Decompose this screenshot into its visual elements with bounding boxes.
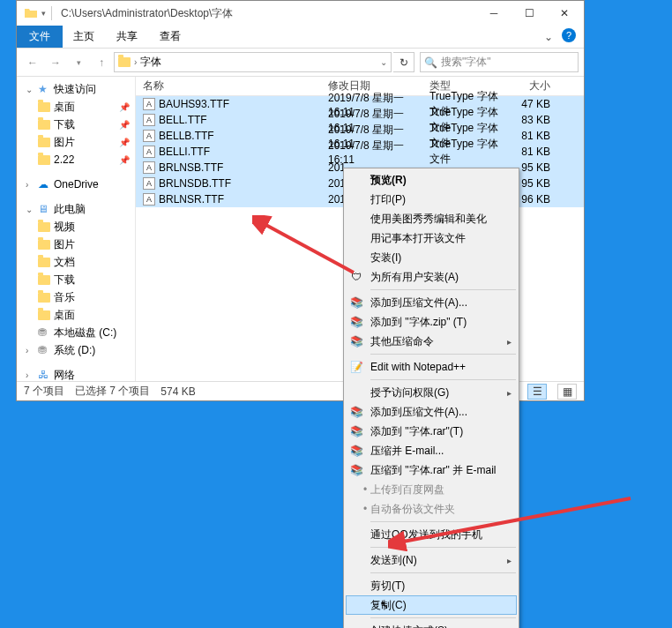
sidebar-item-custom[interactable]: 2.22📌 (17, 151, 135, 168)
chevron-right-icon: ▸ (507, 388, 511, 398)
menu-item[interactable]: •自动备份该文件夹 (346, 499, 517, 519)
folder-icon (38, 222, 50, 232)
table-row[interactable]: ABELLI.TTF2019/7/8 星期一 16:11TrueType 字体文… (136, 144, 584, 160)
folder-icon (38, 102, 50, 112)
back-button[interactable]: ← (22, 52, 43, 73)
folder-icon (38, 258, 50, 267)
status-size: 574 KB (161, 385, 195, 398)
menu-item[interactable]: 预览(R) (346, 170, 517, 190)
sidebar-item-pictures2[interactable]: 图片 (17, 236, 135, 253)
network-icon: 🖧 (38, 369, 50, 381)
file-tab[interactable]: 文件 (17, 26, 63, 48)
menu-item[interactable]: 复制(C)↖ (346, 595, 517, 615)
tab-home[interactable]: 主页 (63, 26, 106, 48)
search-icon: 🔍 (424, 56, 437, 69)
font-file-icon: A (143, 146, 155, 158)
menu-item[interactable]: 📝Edit with Notepad++ (346, 357, 517, 377)
context-menu: 预览(R)打印(P)使用美图秀秀编辑和美化用记事本打开该文件安装(I)🛡为所有用… (343, 168, 519, 628)
breadcrumb[interactable]: › 字体 ⌄ (114, 52, 392, 72)
menu-item[interactable]: 📚压缩到 "字体.rar" 并 E-mail (346, 460, 517, 480)
refresh-button[interactable]: ↻ (393, 52, 414, 72)
history-dropdown[interactable]: ▾ (68, 52, 89, 73)
archive-icon: 📚 (349, 315, 363, 329)
sidebar-network[interactable]: ›🖧网络 (17, 366, 135, 381)
sidebar-item-music[interactable]: 音乐 (17, 288, 135, 306)
view-icons-button[interactable]: ▦ (557, 384, 577, 400)
menu-item[interactable]: 创建快捷方式(S) (346, 621, 517, 628)
sidebar-item-videos[interactable]: 视频 (17, 218, 135, 236)
tab-view[interactable]: 查看 (149, 26, 192, 48)
view-details-button[interactable]: ☰ (527, 384, 547, 400)
chevron-down-icon[interactable]: ⌄ (380, 57, 387, 67)
archive-icon: 📚 (349, 463, 363, 477)
menu-item[interactable]: 📚添加到 "字体.rar"(T) (346, 422, 517, 441)
up-button[interactable]: ↑ (91, 52, 112, 73)
sidebar-item-documents[interactable]: 文档 (17, 253, 135, 271)
tab-share[interactable]: 共享 (106, 26, 149, 48)
col-name[interactable]: 名称 (136, 78, 321, 93)
font-file-icon: A (143, 193, 155, 206)
menu-item[interactable]: •上传到百度网盘 (346, 480, 517, 499)
folder-icon (38, 310, 50, 320)
menu-item[interactable]: 通过QQ发送到我的手机 (346, 525, 517, 544)
sidebar-item-downloads2[interactable]: 下载 (17, 271, 135, 288)
folder-icon (38, 293, 50, 303)
menu-item[interactable]: 📚添加到压缩文件(A)... (346, 293, 517, 312)
font-file-icon: A (143, 114, 155, 126)
folder-icon (38, 138, 50, 147)
sidebar-this-pc[interactable]: ⌄🖥此电脑 (17, 200, 135, 218)
menu-item[interactable]: 📚添加到 "字体.zip" (T) (346, 312, 517, 332)
chevron-right-icon: ▸ (507, 556, 511, 565)
folder-icon (118, 57, 131, 67)
menu-item[interactable]: 📚其他压缩命令▸ (346, 332, 517, 351)
minimize-button[interactable]: ─ (476, 1, 511, 26)
maximize-button[interactable]: ☐ (511, 1, 547, 26)
archive-icon: 📚 (349, 424, 363, 438)
pin-icon: 📌 (119, 120, 130, 130)
archive-icon: 📚 (349, 444, 363, 458)
chevron-right-icon: ▸ (507, 337, 511, 347)
navbar: ← → ▾ ↑ › 字体 ⌄ ↻ 🔍 搜索"字体" (17, 49, 584, 77)
sidebar-quick-access[interactable]: ⌄★ 快速访问 (17, 80, 135, 98)
ribbon-expand-button[interactable]: ⌄ (538, 26, 559, 48)
search-placeholder: 搜索"字体" (441, 55, 491, 70)
help-button[interactable]: ? (559, 26, 579, 45)
sidebar-onedrive[interactable]: ›☁OneDrive (17, 176, 135, 193)
font-file-icon: A (143, 161, 155, 174)
menu-item[interactable]: 授予访问权限(G)▸ (346, 383, 517, 402)
sidebar-item-desktop[interactable]: 桌面📌 (17, 98, 135, 116)
menu-item[interactable]: 剪切(T) (346, 576, 517, 595)
notepad-icon: 📝 (349, 360, 363, 374)
sidebar-item-drive-d[interactable]: ›⛃系统 (D:) (17, 341, 135, 359)
sidebar-item-downloads[interactable]: 下载📌 (17, 116, 135, 133)
menu-item[interactable]: 🛡为所有用户安装(A) (346, 267, 517, 287)
menu-item[interactable]: 📚添加到压缩文件(A)... (346, 402, 517, 422)
menu-item[interactable]: 安装(I) (346, 248, 517, 267)
forward-button[interactable]: → (45, 52, 66, 73)
search-input[interactable]: 🔍 搜索"字体" (420, 52, 579, 72)
folder-icon (38, 275, 50, 285)
sidebar-item-desktop2[interactable]: 桌面 (17, 306, 135, 324)
menu-item[interactable]: 打印(P) (346, 190, 517, 209)
font-file-icon: A (143, 177, 155, 190)
bullet-icon: • (358, 482, 372, 497)
col-size[interactable]: 大小 (506, 78, 559, 93)
window-title: C:\Users\Administrator\Desktop\字体 (61, 6, 233, 21)
close-button[interactable]: ✕ (547, 1, 582, 26)
window-folder-icon (24, 6, 38, 20)
sidebar-item-drive-c[interactable]: ⛃本地磁盘 (C:) (17, 324, 135, 341)
status-selected: 已选择 7 个项目 (75, 384, 150, 399)
breadcrumb-item[interactable]: 字体 (140, 55, 161, 70)
pin-icon: 📌 (119, 155, 130, 165)
cloud-icon: ☁ (38, 178, 50, 191)
sidebar: ⌄★ 快速访问 桌面📌 下载📌 图片📌 2.22📌 ›☁OneDrive ⌄🖥此… (17, 77, 136, 381)
font-file-icon: A (143, 130, 155, 142)
menu-item[interactable]: 发送到(N)▸ (346, 550, 517, 570)
menu-item[interactable]: 使用美图秀秀编辑和美化 (346, 209, 517, 228)
sidebar-item-pictures[interactable]: 图片📌 (17, 133, 135, 151)
down-arrow-icon[interactable]: ▾ (41, 9, 46, 18)
bullet-icon: • (358, 502, 372, 516)
archive-icon: 📚 (349, 295, 363, 310)
menu-item[interactable]: 📚压缩并 E-mail... (346, 441, 517, 460)
menu-item[interactable]: 用记事本打开该文件 (346, 228, 517, 248)
